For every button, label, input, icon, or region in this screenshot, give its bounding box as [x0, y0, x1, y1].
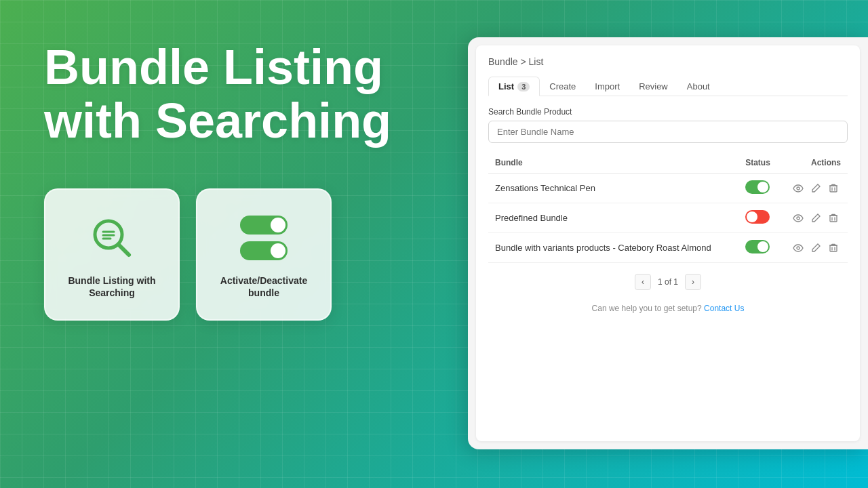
bundle-table: Bundle Status Actions Zensations Technic… [488, 152, 848, 263]
svg-point-5 [797, 187, 800, 190]
pagination: ‹ 1 of 1 › [488, 274, 848, 290]
view-icon-1[interactable] [791, 181, 806, 196]
magnifier-icon [85, 211, 139, 265]
right-panel: Bundle > List List 3 Create Import Revie… [468, 37, 868, 449]
col-actions: Actions [778, 152, 848, 174]
svg-rect-8 [830, 216, 837, 222]
panel-footer: Can we help you to get setup? Contact Us [488, 304, 848, 313]
toggle-on-icon [240, 216, 288, 235]
status-toggle-1[interactable] [745, 180, 770, 194]
page-info: 1 of 1 [658, 277, 678, 287]
bundle-name-2: Predefined Bundle [488, 203, 737, 233]
feature-card-activate[interactable]: Activate/Deactivate bundle [196, 188, 332, 321]
svg-line-4 [119, 245, 129, 255]
tab-import[interactable]: Import [585, 77, 629, 96]
tabs-bar: List 3 Create Import Review About [488, 77, 848, 96]
left-section: Bundle Listing with Searching Bundle Lis… [0, 0, 461, 488]
col-status: Status [737, 152, 778, 174]
prev-page-button[interactable]: ‹ [635, 274, 651, 290]
status-toggle-2[interactable] [745, 210, 770, 224]
feature-cards-row: Bundle Listing with Searching Activate/D… [44, 188, 427, 321]
svg-point-7 [797, 217, 800, 220]
actions-row-1 [785, 181, 841, 196]
bundle-name-3: Bundle with variants products - Catebory… [488, 233, 737, 263]
toggle-icon [237, 211, 291, 265]
hero-title: Bundle Listing with Searching [44, 41, 427, 148]
view-icon-2[interactable] [791, 211, 806, 226]
tab-create[interactable]: Create [540, 77, 585, 96]
toggle-knob-2 [747, 211, 757, 222]
toggle-off-icon [240, 241, 288, 260]
card-label-bundle-listing: Bundle Listing with Searching [59, 274, 165, 299]
search-label: Search Bundle Product [488, 107, 848, 117]
actions-row-3 [785, 241, 841, 256]
next-page-button[interactable]: › [685, 274, 701, 290]
toggle-knob-3 [757, 241, 768, 252]
delete-icon-3[interactable] [826, 241, 841, 256]
breadcrumb: Bundle > List [488, 56, 848, 67]
delete-icon-1[interactable] [826, 181, 841, 196]
status-toggle-3[interactable] [745, 240, 770, 253]
edit-icon-3[interactable] [808, 241, 823, 256]
edit-icon-1[interactable] [808, 181, 823, 196]
svg-rect-6 [830, 186, 837, 192]
tab-list-badge: 3 [517, 82, 530, 92]
contact-us-link[interactable]: Contact Us [704, 304, 744, 313]
view-icon-3[interactable] [791, 241, 806, 256]
bundle-name-1: Zensations Technical Pen [488, 174, 737, 203]
edit-icon-2[interactable] [808, 211, 823, 226]
tab-about[interactable]: About [677, 77, 719, 96]
table-row: Bundle with variants products - Catebory… [488, 233, 848, 263]
table-row: Predefined Bundle [488, 203, 848, 233]
delete-icon-2[interactable] [826, 211, 841, 226]
svg-rect-10 [830, 245, 837, 251]
search-input[interactable] [488, 121, 848, 143]
table-row: Zensations Technical Pen [488, 174, 848, 203]
tab-review[interactable]: Review [629, 77, 677, 96]
tab-list[interactable]: List 3 [488, 77, 540, 96]
svg-point-9 [797, 247, 800, 249]
col-bundle: Bundle [488, 152, 737, 174]
feature-card-bundle-listing[interactable]: Bundle Listing with Searching [44, 188, 180, 321]
card-label-activate: Activate/Deactivate bundle [211, 274, 317, 299]
toggle-knob-1 [757, 182, 768, 192]
actions-row-2 [785, 211, 841, 226]
panel-inner: Bundle > List List 3 Create Import Revie… [476, 45, 860, 441]
